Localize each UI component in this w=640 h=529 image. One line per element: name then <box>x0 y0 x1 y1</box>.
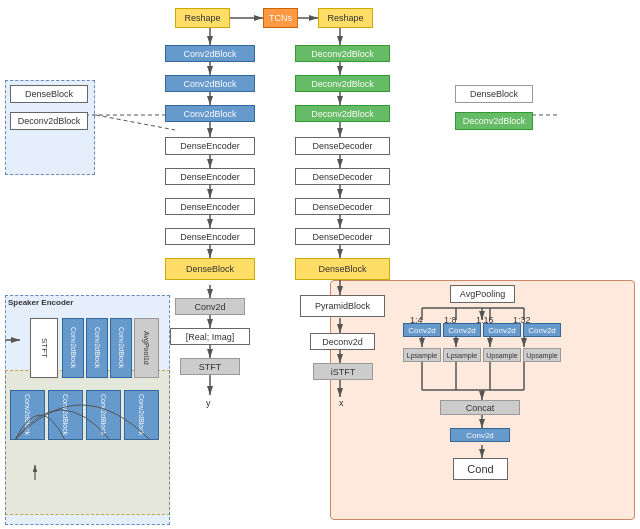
spk-bot4-label: Conv2dBlock <box>138 394 145 435</box>
dense-enc1: DenseEncoder <box>165 137 255 155</box>
spk-bot4: Conv2dBlock <box>124 390 159 440</box>
concat-label: Concat <box>466 403 495 413</box>
conv2d-bottom: Conv2d <box>175 298 245 315</box>
right-deconv-label: Deconv2dBlock <box>463 116 526 126</box>
enc-conv3: Conv2dBlock <box>165 105 255 122</box>
pyr-samp4: Upsample <box>523 348 561 362</box>
dense-enc1-label: DenseEncoder <box>180 141 240 151</box>
pyr-conv2: Conv2d <box>443 323 481 337</box>
dense-dec4-label: DenseDecoder <box>312 232 372 242</box>
enc-conv2: Conv2dBlock <box>165 75 255 92</box>
pyr-samp2: Lpsample <box>443 348 481 362</box>
spk-conv3: Conv2dBlock <box>110 318 132 378</box>
pyr-conv3: Conv2d <box>483 323 521 337</box>
dense-enc2: DenseEncoder <box>165 168 255 185</box>
side-dense-block: DenseBlock <box>10 85 88 103</box>
stft-box: STFT <box>180 358 240 375</box>
final-conv2d-label: Conv2d <box>466 431 494 440</box>
spk-avgpool-label: AvgPool1d <box>143 331 150 365</box>
spk-conv1-label: Conv2dBlock <box>70 327 77 368</box>
spk-bot1: Conv2dBlock <box>10 390 45 440</box>
pyr-conv1: Conv2d <box>403 323 441 337</box>
conv2d-bottom-label: Conv2d <box>194 302 225 312</box>
dense-dec2-label: DenseDecoder <box>312 172 372 182</box>
dense-dec4: DenseDecoder <box>295 228 390 245</box>
pyr-conv4: Conv2d <box>523 323 561 337</box>
pyr-samp2-label: Lpsample <box>447 352 477 359</box>
pyr-conv1-label: Conv2d <box>408 326 436 335</box>
dense-block-dec: DenseBlock <box>295 258 390 280</box>
cond-label: Cond <box>467 463 493 475</box>
side-conv-label: Deconv2dBlock <box>18 116 81 126</box>
spk-conv2: Conv2dBlock <box>86 318 108 378</box>
enc-conv1-label: Conv2dBlock <box>183 49 236 59</box>
pyr-samp3: Upsample <box>483 348 521 362</box>
tcns-box: TCNs <box>263 8 298 28</box>
deconv2d-box: Deconv2d <box>310 333 375 350</box>
right-dense-label: DenseBlock <box>470 89 518 99</box>
reshape2-label: Reshape <box>327 13 363 23</box>
speaker-encoder-label: Speaker Encoder <box>8 298 73 307</box>
right-deconv-block: Deconv2dBlock <box>455 112 533 130</box>
x-label: x <box>339 398 344 408</box>
final-conv2d: Conv2d <box>450 428 510 442</box>
concat-box: Concat <box>440 400 520 415</box>
spk-stft-label: STFT <box>40 338 49 358</box>
reshape1-box: Reshape <box>175 8 230 28</box>
dense-dec3-label: DenseDecoder <box>312 202 372 212</box>
dense-block-enc: DenseBlock <box>165 258 255 280</box>
dense-block-enc-label: DenseBlock <box>186 264 234 274</box>
spk-avgpool: AvgPool1d <box>134 318 159 378</box>
pyr-samp1-label: Lpsample <box>407 352 437 359</box>
dec-conv3-label: Deconv2dBlock <box>311 109 374 119</box>
spk-bot1-label: Conv2dBlock <box>24 394 31 435</box>
tcns-label: TCNs <box>269 13 292 23</box>
stft-label: STFT <box>199 362 222 372</box>
avgpooling-label: AvgPooling <box>460 289 505 299</box>
cond-box: Cond <box>453 458 508 480</box>
avgpooling-box: AvgPooling <box>450 285 515 303</box>
reshape1-label: Reshape <box>184 13 220 23</box>
real-imag-box: [Real; Imag] <box>170 328 250 345</box>
dense-dec3: DenseDecoder <box>295 198 390 215</box>
dense-dec1-label: DenseDecoder <box>312 141 372 151</box>
real-imag-label: [Real; Imag] <box>186 332 235 342</box>
dense-block-dec-label: DenseBlock <box>318 264 366 274</box>
spk-bot2: Conv2dBlock <box>48 390 83 440</box>
svg-line-28 <box>96 115 175 130</box>
spk-bot3-label: Conv2dBlock <box>100 394 107 435</box>
dense-dec2: DenseDecoder <box>295 168 390 185</box>
enc-conv2-label: Conv2dBlock <box>183 79 236 89</box>
dec-conv1-label: Deconv2dBlock <box>311 49 374 59</box>
pyr-conv4-label: Conv2d <box>528 326 556 335</box>
pyr-conv2-label: Conv2d <box>448 326 476 335</box>
enc-conv1: Conv2dBlock <box>165 45 255 62</box>
dense-enc4: DenseEncoder <box>165 228 255 245</box>
dense-enc2-label: DenseEncoder <box>180 172 240 182</box>
dec-conv2: Deconv2dBlock <box>295 75 390 92</box>
dec-conv3: Deconv2dBlock <box>295 105 390 122</box>
enc-conv3-label: Conv2dBlock <box>183 109 236 119</box>
y-label: y <box>206 398 211 408</box>
spk-conv2-label: Conv2dBlock <box>94 327 101 368</box>
reshape2-box: Reshape <box>318 8 373 28</box>
right-dense-block: DenseBlock <box>455 85 533 103</box>
pyr-samp1: Lpsample <box>403 348 441 362</box>
istft-box: iSTFT <box>313 363 373 380</box>
dense-enc3: DenseEncoder <box>165 198 255 215</box>
spk-conv1: Conv2dBlock <box>62 318 84 378</box>
dense-enc4-label: DenseEncoder <box>180 232 240 242</box>
side-dense-label: DenseBlock <box>25 89 73 99</box>
pyramid-box: PyramidBlock <box>300 295 385 317</box>
spk-conv3-label: Conv2dBlock <box>118 327 125 368</box>
pyr-conv3-label: Conv2d <box>488 326 516 335</box>
side-conv-block: Deconv2dBlock <box>10 112 88 130</box>
spk-bot2-label: Conv2dBlock <box>62 394 69 435</box>
dense-enc3-label: DenseEncoder <box>180 202 240 212</box>
dense-dec1: DenseDecoder <box>295 137 390 155</box>
istft-label: iSTFT <box>331 367 356 377</box>
spk-stft: STFT <box>30 318 58 378</box>
architecture-diagram: Reshape TCNs Reshape Conv2dBlock Conv2dB… <box>0 0 640 529</box>
pyr-samp3-label: Upsample <box>486 352 518 359</box>
pyr-samp4-label: Upsample <box>526 352 558 359</box>
